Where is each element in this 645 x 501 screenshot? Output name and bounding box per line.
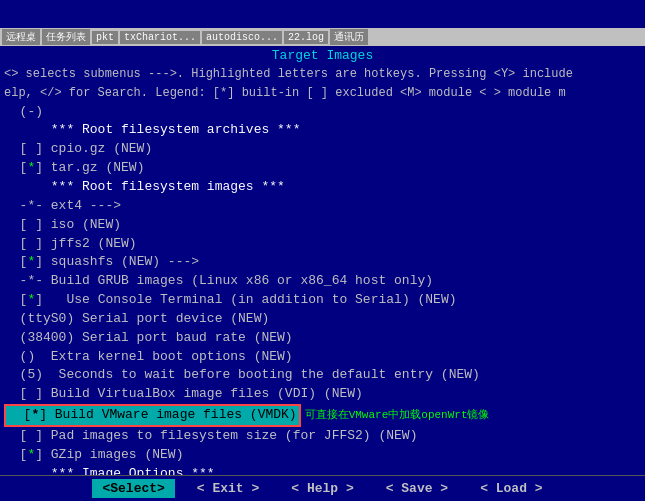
- menu-baud[interactable]: (38400) Serial port baud rate (NEW): [4, 329, 641, 348]
- pressing-text: Pressing: [429, 67, 487, 81]
- menu-ext4[interactable]: -*- ext4 --->: [4, 197, 641, 216]
- tar-check: *: [27, 160, 35, 175]
- menu-iso[interactable]: [ ] iso (NEW): [4, 216, 641, 235]
- taskbar-item-3[interactable]: pkt: [92, 31, 118, 44]
- menu-pad[interactable]: [ ] Pad images to filesystem size (for J…: [4, 427, 641, 446]
- menu-vmdk[interactable]: [*] Build VMware image files (VMDK): [4, 404, 301, 427]
- menu-console[interactable]: [*] Use Console Terminal (in addition to…: [4, 291, 641, 310]
- menu-gzip[interactable]: [*] GZip images (NEW): [4, 446, 641, 465]
- taskbar: 远程桌 任务列表 pkt txChariot... autodisco... 2…: [0, 28, 645, 46]
- menu-seconds[interactable]: (5) Seconds to wait before booting the d…: [4, 366, 641, 385]
- dialog-box: Target Images <> selects submenus --->. …: [0, 46, 645, 475]
- taskbar-item-4[interactable]: txChariot...: [120, 31, 200, 44]
- info-line-1: <> selects submenus --->. Highlighted le…: [0, 65, 645, 84]
- taskbar-item-6[interactable]: 22.log: [284, 31, 328, 44]
- exit-button[interactable]: < Exit >: [187, 479, 269, 498]
- menu-area: (-) *** Root filesystem archives *** [ ]…: [0, 103, 645, 475]
- vmdk-check: *: [31, 407, 39, 422]
- menu-squashfs[interactable]: [*] squashfs (NEW) --->: [4, 253, 641, 272]
- gzip-check: *: [27, 447, 35, 462]
- dialog-title: Target Images: [0, 46, 645, 65]
- title-text: Target Images: [272, 48, 373, 63]
- taskbar-item-7[interactable]: 通讯历: [330, 29, 368, 45]
- save-button[interactable]: < Save >: [376, 479, 458, 498]
- squashfs-check: *: [27, 254, 35, 269]
- console-check: *: [27, 292, 35, 307]
- taskbar-item-1[interactable]: 远程桌: [2, 29, 40, 45]
- menu-jffs2[interactable]: [ ] jffs2 (NEW): [4, 235, 641, 254]
- select-button[interactable]: <Select>: [92, 479, 174, 498]
- taskbar-item-5[interactable]: autodisco...: [202, 31, 282, 44]
- menu-cpio[interactable]: [ ] cpio.gz (NEW): [4, 140, 641, 159]
- menu-sep1: (-): [4, 103, 641, 122]
- menu-ttyS0[interactable]: (ttyS0) Serial port device (NEW): [4, 310, 641, 329]
- menu-header1: *** Root filesystem archives ***: [4, 121, 641, 140]
- help-button[interactable]: < Help >: [281, 479, 363, 498]
- menu-vdi[interactable]: [ ] Build VirtualBox image files (VDI) (…: [4, 385, 641, 404]
- menu-img-opts-header: *** Image Options ***: [4, 465, 641, 475]
- button-bar: <Select> < Exit > < Help > < Save > < Lo…: [0, 475, 645, 501]
- menu-kernel-opts[interactable]: () Extra kernel boot options (NEW): [4, 348, 641, 367]
- menu-vmdk-row[interactable]: [*] Build VMware image files (VMDK) 可直接在…: [4, 404, 641, 427]
- load-button[interactable]: < Load >: [470, 479, 552, 498]
- info-line-2: elp, </> for Search. Legend: [*] built-i…: [0, 84, 645, 103]
- menu-header2: *** Root filesystem images ***: [4, 178, 641, 197]
- taskbar-item-2[interactable]: 任务列表: [42, 29, 90, 45]
- vmdk-annotation: 可直接在VMware中加载openWrt镜像: [305, 408, 490, 424]
- menu-grub[interactable]: -*- Build GRUB images (Linux x86 or x86_…: [4, 272, 641, 291]
- menu-tar[interactable]: [*] tar.gz (NEW): [4, 159, 641, 178]
